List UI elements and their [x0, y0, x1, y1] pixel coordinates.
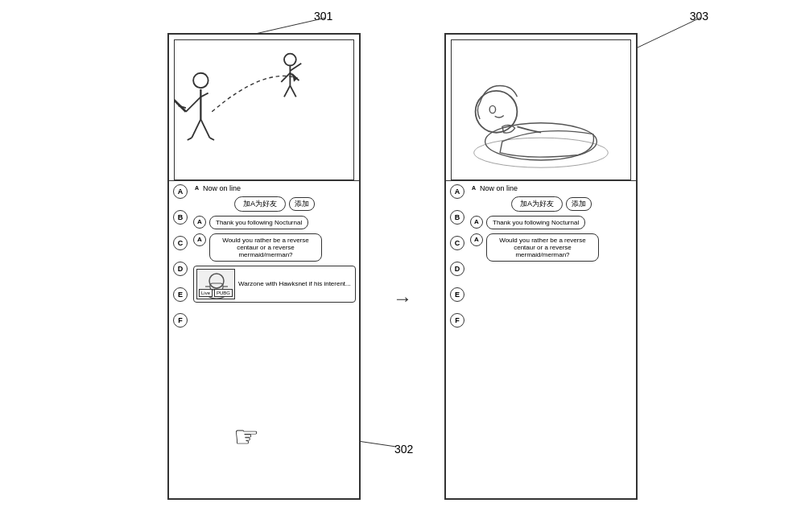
svg-line-7: [175, 93, 186, 111]
left-avatar-2: A: [193, 233, 206, 246]
right-avatar-2: A: [470, 233, 483, 246]
left-bubble-1: Thank you following Nocturnal: [209, 216, 308, 229]
left-sidebar-B: B: [173, 210, 188, 225]
left-add-btn[interactable]: 添加: [289, 197, 315, 211]
right-now-online: A Now on line: [470, 184, 633, 192]
svg-point-29: [489, 105, 495, 113]
left-sidebar-letters: A B C D E F: [169, 181, 192, 498]
left-now-online: A Now on line: [193, 184, 356, 192]
left-phone: A B C D E F A Now on line 加A为好友 添加: [167, 33, 361, 500]
arrow-symbol: →: [393, 287, 412, 310]
left-live-info: Warzone with Hawksnet if his interent...: [238, 280, 351, 287]
svg-line-10: [200, 119, 209, 138]
arrow-between: →: [393, 287, 412, 310]
left-sidebar-C: C: [173, 236, 188, 250]
svg-point-4: [193, 72, 208, 88]
left-sidebar-E: E: [173, 287, 188, 302]
left-avatar-1: A: [193, 216, 206, 229]
svg-line-6: [200, 93, 208, 97]
svg-line-18: [284, 85, 290, 97]
right-sidebar-B: B: [450, 210, 464, 225]
right-add-friend-row: 加A为好友 添加: [470, 196, 633, 212]
left-chat-area: A B C D E F A Now on line 加A为好友 添加: [169, 180, 359, 498]
left-live-badge: Live: [199, 289, 213, 297]
svg-line-11: [188, 138, 192, 140]
right-online-label: Now on line: [480, 184, 518, 192]
right-sidebar-letters: A B C D E F: [446, 181, 469, 498]
right-chat-main: A Now on line 加A为好友 添加 A Thank you follo…: [469, 181, 636, 498]
right-sidebar-F: F: [450, 313, 464, 328]
left-online-super-a: A: [195, 185, 199, 191]
right-sidebar-D: D: [450, 262, 464, 276]
svg-line-9: [192, 119, 200, 138]
right-message-1: A Thank you following Nocturnal: [470, 216, 633, 229]
svg-line-16: [281, 72, 290, 81]
left-online-label: Now on line: [203, 184, 241, 192]
left-live-item[interactable]: Live PUBG Warzone with Hawksnet if his i…: [193, 266, 356, 303]
left-message-1: A Thank you following Nocturnal: [193, 216, 356, 229]
svg-point-21: [209, 274, 224, 288]
label-303: 303: [690, 10, 708, 23]
svg-line-19: [290, 85, 295, 97]
label-301: 301: [314, 10, 332, 23]
left-chat-main: A Now on line 加A为好友 添加 A Thank you follo…: [192, 181, 359, 498]
left-message-2: A Would you rather be a reverse centaur …: [193, 233, 356, 262]
right-chat-area: A B C D E F A Now on line 加A为好友 添加: [446, 180, 636, 498]
right-sidebar-C: C: [450, 236, 464, 250]
left-bubble-2: Would you rather be a reverse centaur or…: [209, 233, 322, 262]
game-scene-svg: [175, 40, 353, 179]
right-phone: A B C D E F A Now on line 加A为好友 添加: [444, 33, 638, 500]
right-online-super-a: A: [472, 185, 476, 191]
right-add-btn[interactable]: 添加: [566, 197, 592, 211]
hand-cursor: ☞: [233, 420, 259, 454]
right-avatar-1: A: [470, 216, 483, 229]
left-game-tag: PUBG: [214, 289, 233, 297]
svg-line-12: [209, 138, 214, 140]
right-add-friend-text: 加A为好友: [511, 196, 563, 212]
svg-line-5: [186, 97, 201, 112]
right-video-area: [451, 39, 631, 180]
left-sidebar-D: D: [173, 262, 188, 276]
left-live-thumbnail: Live PUBG: [196, 269, 235, 299]
svg-line-20: [290, 63, 301, 70]
right-sidebar-A: A: [450, 184, 464, 199]
lying-scene-svg: [452, 40, 630, 179]
left-video-area: [174, 39, 354, 180]
svg-point-14: [284, 53, 296, 65]
label-302: 302: [394, 443, 413, 456]
svg-point-26: [474, 138, 609, 167]
left-sidebar-F: F: [173, 313, 188, 328]
left-add-friend-row: 加A为好友 添加: [193, 196, 356, 212]
right-message-2: A Would you rather be a reverse centaur …: [470, 233, 633, 262]
right-sidebar-E: E: [450, 287, 464, 302]
right-bubble-2: Would you rather be a reverse centaur or…: [486, 233, 599, 262]
left-add-friend-text: 加A为好友: [234, 196, 286, 212]
left-sidebar-A: A: [173, 184, 188, 199]
right-bubble-1: Thank you following Nocturnal: [486, 216, 585, 229]
